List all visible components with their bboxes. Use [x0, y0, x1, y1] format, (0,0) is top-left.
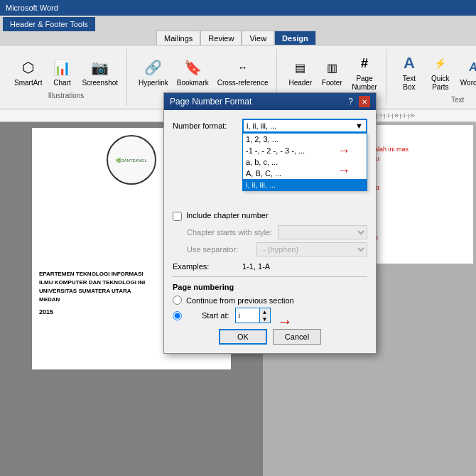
- screenshot-label: Screenshot: [82, 79, 118, 87]
- page-number-icon: #: [353, 52, 376, 75]
- smartart-icon: ⬡: [17, 56, 40, 79]
- footer-label: Footer: [322, 79, 342, 87]
- number-format-display[interactable]: i, ii, iii, ... ▼: [242, 119, 367, 133]
- header-button[interactable]: ▤ Header: [286, 55, 315, 89]
- footer-icon: ▥: [320, 56, 343, 79]
- dropdown-item-3[interactable]: A, B, C, ...: [243, 168, 367, 179]
- dialog-divider: [173, 276, 367, 277]
- doc-logo: 🌿DANTEKNOL: [107, 135, 156, 185]
- ribbon-group-text: A TextBox ⚡ QuickParts A WordArt D DropC…: [389, 49, 476, 106]
- spinbox-up-button[interactable]: ▲: [260, 308, 270, 315]
- bookmark-icon: 🔖: [181, 56, 204, 79]
- start-at-row: Start at: ▲ ▼: [173, 308, 367, 323]
- dropdown-arrow: ▼: [355, 121, 363, 130]
- page-number-format-dialog: Page Number Format ? ✕ Number format: i,…: [163, 92, 377, 354]
- links-icons: 🔗 Hyperlink 🔖 Bookmark ↔ Cross-reference: [136, 55, 271, 89]
- continue-radio[interactable]: [173, 296, 182, 305]
- use-separator-row: Use separator: - (hyphen): [187, 242, 367, 256]
- start-at-input[interactable]: [236, 308, 259, 323]
- text-group-label: Text: [451, 96, 464, 104]
- chapter-start-select[interactable]: [278, 225, 367, 239]
- include-chapter-label: Include chapter number: [186, 211, 269, 220]
- chart-button[interactable]: 📊 Chart: [48, 55, 76, 89]
- quickparts-icon: ⚡: [429, 52, 452, 75]
- chart-label: Chart: [53, 79, 70, 87]
- crossref-button[interactable]: ↔ Cross-reference: [215, 55, 271, 89]
- number-format-value: i, ii, iii, ...: [247, 121, 276, 130]
- use-separator-label: Use separator:: [187, 245, 251, 254]
- page-number-label: PageNumber: [352, 75, 377, 92]
- dropdown-item-4[interactable]: i, ii, iii, ...: [243, 179, 367, 190]
- examples-value: 1-1, 1-A: [242, 262, 270, 271]
- bookmark-button[interactable]: 🔖 Bookmark: [174, 55, 212, 89]
- dropdown-item-0[interactable]: 1, 2, 3, ...: [243, 134, 367, 145]
- chapter-section: Chapter starts with style: Use separator…: [187, 225, 367, 256]
- header-label: Header: [288, 79, 312, 87]
- ribbon-tabs: Header & Footer Tools: [0, 16, 476, 31]
- dialog-title-bar: Page Number Format ? ✕: [164, 93, 376, 110]
- page-numbering-title: Page numbering: [173, 283, 367, 291]
- hyperlink-button[interactable]: 🔗 Hyperlink: [136, 55, 171, 89]
- quickparts-button[interactable]: ⚡ QuickParts: [426, 50, 455, 93]
- textbox-button[interactable]: A TextBox: [395, 50, 423, 93]
- examples-label: Examples:: [173, 262, 237, 271]
- textbox-label: TextBox: [403, 75, 416, 92]
- bookmark-label: Bookmark: [177, 79, 209, 87]
- tab-review[interactable]: Review: [200, 31, 242, 45]
- number-format-select-wrap: i, ii, iii, ... ▼ 1, 2, 3, ... -1 -, - 2…: [242, 119, 367, 133]
- ribbon-group-illustrations: ⬡ SmartArt 📊 Chart 📷 Screenshot Illustra…: [6, 49, 127, 106]
- tab-design[interactable]: Design: [274, 31, 316, 45]
- start-at-spinbox[interactable]: ▲ ▼: [235, 308, 271, 323]
- use-separator-select-wrap: - (hyphen): [256, 242, 367, 256]
- use-separator-select[interactable]: - (hyphen): [256, 242, 367, 256]
- wordart-button[interactable]: A WordArt: [458, 55, 476, 89]
- include-chapter-checkbox[interactable]: [173, 212, 182, 221]
- chapter-start-label: Chapter starts with style:: [187, 228, 272, 237]
- crossref-icon: ↔: [232, 56, 254, 79]
- continue-label: Continue from previous section: [186, 296, 294, 305]
- wordart-label: WordArt: [460, 79, 476, 87]
- number-format-dropdown[interactable]: 1, 2, 3, ... -1 -, - 2 -, - 3 -, ... a, …: [242, 133, 367, 191]
- screenshot-button[interactable]: 📷 Screenshot: [79, 55, 121, 89]
- quickparts-label: QuickParts: [431, 75, 450, 92]
- title-text: Microsoft Word: [6, 4, 58, 12]
- cancel-button[interactable]: Cancel: [273, 329, 321, 345]
- dialog-buttons: OK Cancel: [173, 329, 367, 345]
- spinbox-down-button[interactable]: ▼: [260, 315, 270, 323]
- text-icons: A TextBox ⚡ QuickParts A WordArt D DropC…: [395, 50, 476, 93]
- hyperlink-label: Hyperlink: [139, 79, 168, 87]
- subtab-bar: Mailings Review View Design: [0, 31, 476, 45]
- chart-icon: 📊: [50, 56, 73, 79]
- smartart-button[interactable]: ⬡ SmartArt: [11, 55, 45, 89]
- examples-row: Examples: 1-1, 1-A: [173, 262, 367, 271]
- include-chapter-row: Include chapter number: [173, 211, 367, 221]
- textbox-icon: A: [398, 52, 421, 75]
- illustrations-icons: ⬡ SmartArt 📊 Chart 📷 Screenshot: [11, 55, 121, 89]
- tools-tab: Header & Footer Tools: [3, 17, 95, 31]
- start-at-radio[interactable]: [173, 311, 182, 320]
- screenshot-icon: 📷: [89, 56, 112, 79]
- page-number-button[interactable]: # PageNumber: [349, 50, 380, 93]
- dropdown-item-2[interactable]: a, b, c, ...: [243, 156, 367, 168]
- smartart-label: SmartArt: [14, 79, 42, 87]
- tab-view[interactable]: View: [242, 31, 274, 45]
- footer-button[interactable]: ▥ Footer: [318, 55, 346, 89]
- crossref-label: Cross-reference: [217, 79, 269, 87]
- dialog-help-button[interactable]: ?: [348, 97, 353, 107]
- chapter-start-row: Chapter starts with style:: [187, 225, 367, 239]
- number-format-label: Number format:: [173, 121, 237, 130]
- continue-radio-row: Continue from previous section: [173, 296, 367, 305]
- dialog-body: Number format: i, ii, iii, ... ▼ 1, 2, 3…: [164, 110, 376, 353]
- start-at-label: Start at:: [202, 311, 229, 320]
- dropdown-item-1[interactable]: -1 -, - 2 -, - 3 -, ...: [243, 145, 367, 156]
- title-bar: Microsoft Word: [0, 0, 476, 16]
- header-footer-icons: ▤ Header ▥ Footer # PageNumber: [286, 50, 379, 93]
- ok-button[interactable]: OK: [219, 329, 267, 345]
- header-icon: ▤: [289, 56, 312, 79]
- chapter-start-select-wrap: [278, 225, 367, 239]
- number-format-row: Number format: i, ii, iii, ... ▼ 1, 2, 3…: [173, 119, 367, 133]
- hyperlink-icon: 🔗: [142, 56, 165, 79]
- tab-mailings[interactable]: Mailings: [156, 31, 200, 45]
- illustrations-group-label: Illustrations: [48, 92, 85, 99]
- dialog-close-button[interactable]: ✕: [359, 96, 370, 107]
